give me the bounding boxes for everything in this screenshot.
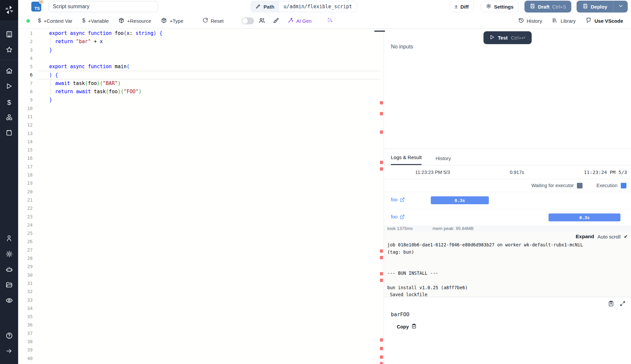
code-line[interactable] [49,154,380,162]
code-line[interactable] [49,196,380,204]
path-control: Path u/admin/flexible_script [251,1,357,12]
settings-button[interactable]: Settings [481,1,519,12]
code-line[interactable] [49,246,380,254]
copy-json-icon[interactable] [608,300,614,307]
maximize-icon[interactable] [619,300,626,307]
deploy-button[interactable]: Deploy [577,1,613,13]
code-line[interactable] [49,171,380,179]
library-button[interactable]: Library [552,17,576,24]
code-line[interactable] [49,54,380,63]
multiplayer-button[interactable] [259,17,265,25]
code-line[interactable] [49,163,380,171]
sidebar-item-workspace[interactable] [0,27,18,42]
result-value: barFOO [391,312,631,318]
code-line[interactable] [49,263,380,271]
code-line[interactable]: await task(foo)("BAR") [49,79,380,88]
sidebar-item-settings[interactable] [0,247,18,262]
sidebar-item-help[interactable] [0,328,18,344]
error-marker [380,101,383,104]
code-line[interactable] [49,138,380,146]
code-line[interactable] [49,146,380,154]
sidebar-item-schedules[interactable] [0,126,18,141]
code-line[interactable] [49,229,380,238]
code-line[interactable]: export async function main( [49,63,380,71]
code-line[interactable]: export async function foo(x: string) { [49,29,380,38]
code-line[interactable] [49,204,380,212]
code-line[interactable] [49,304,380,313]
code-line[interactable] [49,296,380,304]
task-duration-bar[interactable]: 0.3s [549,213,620,221]
code-line[interactable] [49,254,380,263]
assistant-toggle[interactable] [241,17,254,24]
timeline-legend: Waiting for executor Execution [384,179,631,192]
format-button[interactable] [272,17,279,24]
vscode-icon [585,17,592,24]
line-number: 10 [18,104,33,113]
sidebar-item-home[interactable] [0,64,18,79]
code-line[interactable] [49,213,380,221]
add-context-var-button[interactable]: $ +Context Var [38,17,72,24]
script-summary-input[interactable] [48,1,158,12]
expand-logs-button[interactable]: Expand [576,234,594,239]
code-line[interactable]: return "bar" + x [49,38,380,46]
use-vscode-button[interactable]: Use VScode [585,17,623,24]
sidebar-item-workers[interactable] [0,262,18,278]
sidebar-item-runs[interactable] [0,79,18,95]
code-line[interactable] [49,188,380,196]
ai-fix-button[interactable] [327,17,333,24]
add-type-button[interactable]: +Type [161,17,183,24]
sidebar-item-folders[interactable] [0,278,18,293]
code-line[interactable] [49,346,380,354]
autoscroll-checkbox[interactable]: ✔ [624,234,628,239]
task-link[interactable]: foo [391,214,405,219]
workspace-logo[interactable] [0,0,18,21]
reset-button[interactable]: Reset [203,17,224,24]
sidebar-item-favorites[interactable] [0,42,18,58]
log-viewer[interactable]: Expand Auto scroll ✔ job 018e10b6-dae1-6… [384,232,631,297]
code-line[interactable] [49,221,380,229]
code-line[interactable] [49,121,380,129]
left-rail: $ [0,0,18,364]
code-line[interactable] [49,271,380,279]
execution-color-swatch [621,183,626,188]
sidebar-collapse[interactable] [0,344,18,359]
code-line[interactable] [49,179,380,187]
code-line[interactable] [49,129,380,138]
code-line[interactable] [49,113,380,121]
code-line[interactable]: return await task(foo)("FOO") [49,88,380,96]
code-editor[interactable]: 1234567891011121314151617181920212223242… [18,29,380,364]
edit-path-button[interactable]: Path [251,1,279,12]
sidebar-item-resources[interactable] [0,110,18,126]
test-button[interactable]: Test Ctrl+↵ [483,31,531,44]
line-numbers: 1234567891011121314151617181920212223242… [18,29,37,364]
sidebar-item-variables[interactable]: $ [0,95,18,110]
split-resize-handle[interactable] [374,31,385,32]
task-duration-bar[interactable]: 0.3s [431,196,489,204]
code-line[interactable] [49,329,380,338]
code-line[interactable]: } [49,96,380,104]
sidebar-item-users[interactable] [0,231,18,247]
deploy-more-button[interactable] [613,1,628,13]
code-line[interactable] [49,288,380,296]
code-line[interactable] [49,279,380,288]
diff-button[interactable]: ± Diff [450,1,473,12]
tab-history[interactable]: History [435,155,451,165]
sidebar-item-audit[interactable] [0,293,18,309]
legend-execution-label: Execution [596,183,617,188]
tab-logs-result[interactable]: Logs & Result [391,154,422,165]
code-line[interactable] [49,104,380,113]
ai-gen-button[interactable]: AI Gen [287,17,312,24]
add-resource-button[interactable]: +Resource [118,17,151,24]
code-line[interactable] [49,238,380,246]
draft-button[interactable]: Draft Ctrl+S [524,1,571,13]
code-line[interactable]: } [49,46,380,54]
history-button[interactable]: History [518,17,542,24]
code-line[interactable] [49,313,380,321]
copy-result-button[interactable]: Copy [397,323,631,330]
code-line[interactable]: ) { [37,71,380,79]
task-link[interactable]: foo [391,197,405,202]
add-variable-button[interactable]: $ +Variable [82,17,109,24]
code-line[interactable] [49,321,380,329]
code-line[interactable] [49,338,380,346]
code-line[interactable] [49,354,380,363]
